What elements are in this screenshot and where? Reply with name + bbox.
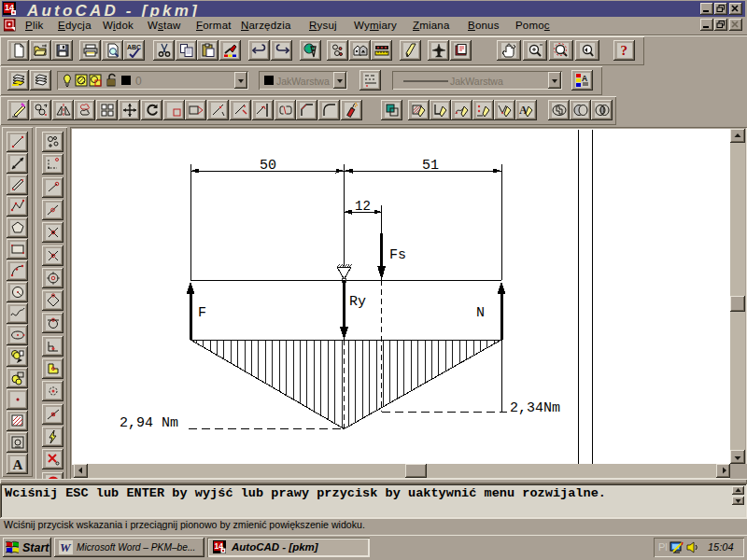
svg-text:W: W (60, 540, 72, 554)
svg-text:A: A (13, 457, 23, 472)
svg-text:A: A (582, 74, 587, 83)
svg-text:?: ? (621, 43, 628, 58)
